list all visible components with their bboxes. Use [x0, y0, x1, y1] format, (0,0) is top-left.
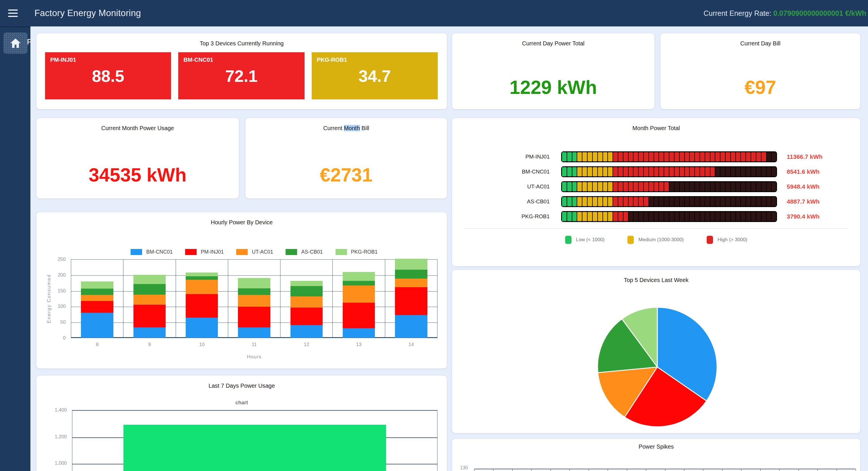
- pie-chart: [452, 270, 860, 433]
- gauge-segment: [582, 152, 587, 161]
- bar-segment-AS-CB01: [395, 270, 427, 278]
- stacked-bar: [81, 282, 113, 338]
- bar-segment-UT-AC01: [290, 296, 322, 307]
- gauge-segment: [588, 167, 592, 176]
- gauge-segment: [751, 182, 756, 191]
- gauge-segment: [613, 197, 618, 206]
- gauge-segment: [767, 212, 771, 221]
- bar-segment-PM-INJ01: [133, 305, 166, 327]
- led-gauge: [561, 181, 777, 192]
- gauge-segment: [593, 197, 597, 206]
- gauge-segment: [639, 152, 643, 161]
- legend-swatch: [185, 249, 197, 255]
- device-tile: PKG-ROB1 34.7: [312, 52, 438, 99]
- gauge-segment: [731, 212, 735, 221]
- gauge-segment: [736, 212, 741, 221]
- gauge-segment: [608, 167, 613, 176]
- energy-rate-value: 0.0790900000000001 €/kWh: [773, 9, 866, 17]
- bar-segment-BM-CNC01: [81, 313, 113, 338]
- y-tick-label: 1,000: [55, 460, 67, 466]
- gauge-segment: [741, 182, 745, 191]
- card-power-spikes: Power Spikes 130: [452, 439, 860, 471]
- gauge-segment: [685, 197, 689, 206]
- led-gauge: [561, 166, 777, 177]
- bar-segment-UT-AC01: [133, 295, 166, 305]
- gauge-segment: [623, 152, 628, 161]
- x-tick-label: 8: [71, 342, 123, 348]
- gauge-segment: [649, 152, 654, 161]
- bar-segment-PM-INJ01: [81, 301, 113, 313]
- y-tick-label: 200: [58, 272, 66, 278]
- gauge-segment: [649, 182, 654, 191]
- gauge-segment: [629, 152, 633, 161]
- card-top5-pie: Top 5 Devices Last Week: [452, 270, 860, 433]
- gauge-segment: [715, 182, 720, 191]
- gauge-segment: [567, 212, 572, 221]
- gauge-segment: [633, 167, 638, 176]
- hamburger-menu-icon[interactable]: [8, 9, 18, 17]
- card-top3-devices: Top 3 Devices Currently Running PM-INJ01…: [36, 33, 447, 109]
- gauge-segment: [629, 167, 633, 176]
- chart-column: 9: [123, 260, 176, 338]
- gauge-segment: [762, 152, 766, 161]
- legend-label: PKG-ROB1: [351, 249, 378, 255]
- legend-swatch: [131, 249, 142, 255]
- x-tick: [589, 469, 589, 471]
- gauge-segment: [751, 152, 756, 161]
- gauge-segment: [746, 167, 751, 176]
- x-tick: [856, 469, 856, 471]
- gauge-segment: [695, 212, 700, 221]
- gauge-segment: [675, 212, 679, 221]
- gauge-segment: [572, 212, 577, 221]
- gauge-segment: [588, 182, 592, 191]
- gauge-segment: [582, 167, 587, 176]
- legend-swatch: [707, 236, 713, 244]
- gauge-segment: [675, 197, 679, 206]
- bar-segment-PM-INJ01: [395, 287, 427, 315]
- gauge-segment: [644, 152, 648, 161]
- card-title: Current Day Power Total: [452, 40, 654, 47]
- gauge-segment: [582, 182, 587, 191]
- gauge-segment: [603, 197, 608, 206]
- gauge-segment: [664, 212, 669, 221]
- gauge-segment: [700, 197, 705, 206]
- legend-item: Low (< 1000): [565, 236, 605, 244]
- gauge-segment: [720, 197, 725, 206]
- device-name: BM-CNC01: [183, 57, 213, 63]
- gauge-segment: [710, 167, 715, 176]
- y-tick-label: 50: [60, 319, 66, 325]
- gauge-segment: [577, 212, 582, 221]
- gauge-segment: [603, 167, 608, 176]
- gauge-segment: [756, 212, 761, 221]
- legend-label: BM-CNC01: [146, 249, 173, 255]
- home-button[interactable]: [3, 32, 28, 54]
- x-tick-label: 11: [228, 342, 280, 348]
- gauge-segment: [690, 212, 694, 221]
- x-tick: [817, 469, 818, 471]
- gauge-segment: [690, 182, 694, 191]
- x-tick: [569, 469, 570, 471]
- legend-label: PM-INJ01: [200, 249, 224, 255]
- gauge-segment: [746, 152, 751, 161]
- y-tick-label: 100: [58, 303, 66, 309]
- gauge-segment: [633, 182, 638, 191]
- month-power-usage-value: 34535 kWh: [36, 164, 239, 186]
- gauge-segment: [644, 182, 648, 191]
- card-hourly-power: Hourly Power By Device BM-CNC01PM-INJ01U…: [36, 212, 447, 369]
- bar-segment-UT-AC01: [238, 295, 270, 307]
- day-bill-value: €97: [660, 77, 860, 98]
- legend-swatch: [336, 249, 347, 255]
- gauge-segment: [588, 212, 592, 221]
- gauge-segment: [659, 212, 663, 221]
- bar-segment-AS-CB01: [133, 284, 166, 295]
- gauge-value: 4887.7 kWh: [777, 198, 849, 205]
- bar-segment-AS-CB01: [290, 286, 322, 296]
- gauge-segment: [715, 152, 720, 161]
- gauge-segment: [680, 182, 684, 191]
- gauge-segment: [767, 197, 771, 206]
- legend-item: Medium (1000-3000): [627, 236, 684, 244]
- gauge-segment: [762, 212, 766, 221]
- gauge-value: 3790.4 kWh: [777, 213, 849, 220]
- chart-column: 13: [333, 260, 385, 338]
- gauge-segment: [603, 212, 608, 221]
